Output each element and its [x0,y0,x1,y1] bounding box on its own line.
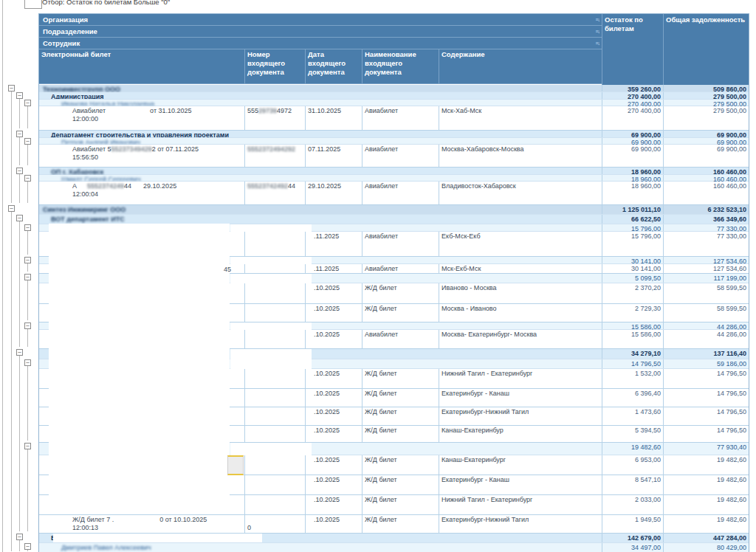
redaction-box [230,349,312,359]
tree-line [19,356,20,531]
ticket-balance-cell: 14 796,50 [602,359,663,368]
tree-line [27,231,28,255]
redaction-box [230,359,312,369]
ticket-balance-cell: 15 586,00 [602,322,663,329]
collapse-button[interactable]: – [24,257,31,263]
sort-icon[interactable]: ≡↓ [595,16,599,23]
tree-line [19,174,20,203]
total-debt-cell: 14 796,50 [663,369,749,388]
header-organization-label: Организация [39,15,88,24]
ticket-cell: Авиабилет 5552373494292 от 07.11.202515:… [39,145,244,167]
ticket-balance-cell: 18 960,00 [602,175,663,181]
content-cell: Москва-Хабаровск-Москва [439,145,602,167]
ticket-row[interactable]: Авиабилет 5552373494292 от 07.11.202515:… [39,145,749,168]
dept-group-row[interactable]: ОП г. Хабаровск18 960,00160 460,00 [39,168,749,175]
tree-line [19,540,20,551]
collapse-button[interactable]: – [24,100,31,106]
collapse-button[interactable]: – [24,224,31,231]
doc-number-cell [244,389,305,407]
total-debt-cell: 160 460,00 [663,168,749,174]
ticket-balance-cell: 270 400,00 [602,92,663,99]
header-row-employee: Сотрудник ≡↓ [39,38,602,49]
doc-number-cell [244,304,305,322]
collapse-button[interactable]: – [24,175,31,182]
total-debt-cell: 77 930,40 [663,443,749,455]
total-debt-cell: 59 186,00 [663,359,749,368]
ticket-balance-cell: 1 473,60 [602,407,663,425]
total-debt-cell: 6 232 523,10 [663,205,749,214]
group-label: Шмидт Сергей Сергеевич [39,175,602,181]
org-group-row[interactable]: Синтез Инжиниринг ООО1 125 011,106 232 5… [39,205,749,215]
ticket-balance-cell: 18 960,00 [602,182,663,204]
collapse-button[interactable]: – [16,92,23,99]
content-cell: Нижний Тагил - Екатеринбург [439,369,602,388]
header-department-label: Подразделение [39,27,97,35]
dept-group-row[interactable]: Администрация270 400,00279 500,00 [39,92,749,100]
ticket-balance-cell: 359 260,00 [602,85,663,92]
doc-date-cell: .10.2025 [305,407,362,425]
collapse-button[interactable]: – [16,131,23,137]
emp-group-row[interactable]: Шмидт Сергей Сергеевич18 960,00160 460,0… [39,175,749,182]
group-label: Петров Андрей Иванович [39,138,602,144]
col-header-ticket: Электронный билет [39,49,244,83]
ticket-balance-cell: 15 796,00 [602,232,663,256]
redaction-box [49,224,230,514]
ticket-cell: Ж/Д билет 7 .0 от 10.10.202512:00:13 [39,515,244,533]
ticket-balance-cell: 5 099,50 [602,274,663,283]
doc-date-cell: .10.2025 [305,389,362,407]
group-label: ОП г. Хабаровск [39,168,602,174]
doc-number-cell: 0 [244,515,305,533]
tree-line [27,182,28,203]
doc-number-cell [244,330,305,348]
collapse-button[interactable]: – [24,359,31,366]
tree-line [27,449,28,531]
emp-group-row[interactable]: Петров Андрей Иванович69 900,0069 900,00 [39,138,749,145]
doc-name-cell: Ж/Д билет [362,455,439,475]
collapse-button[interactable]: – [16,168,23,174]
doc-number-cell [244,264,305,273]
sort-icon[interactable]: ≡↓ [595,40,599,46]
collapse-button[interactable]: – [24,274,31,280]
collapse-button[interactable]: – [16,534,23,540]
collapse-button[interactable]: – [16,215,23,221]
doc-number-cell [244,407,305,425]
doc-number-cell: 5552372494292 [244,145,305,167]
dept-group-row[interactable]: Департамент строительства и управления п… [39,131,749,138]
content-cell: Канаш-Екатеринбург [439,455,602,475]
col-header-doc-name: Наименование входящего документа [362,49,439,83]
doc-number-cell [244,232,305,256]
emp-group-row[interactable]: Дмитриев Павел Алексеевич34 497,0080 429… [39,543,749,552]
collapse-button[interactable]: – [24,138,31,145]
content-cell: Екб-Мск-Екб [439,232,602,256]
ticket-balance-cell: 2 033,00 [602,495,663,514]
collapse-button[interactable]: – [16,349,23,356]
ticket-balance-cell: 1 125 011,10 [602,205,663,214]
doc-name-cell: Ж/Д билет [362,389,439,407]
content-cell: Нижний Тагил - Екатеринбург [439,495,602,514]
ticket-row[interactable]: Ж/Д билет 7 .0 от 10.10.202512:00:130.10… [39,515,749,534]
ticket-balance-cell: 15 586,00 [602,330,663,348]
redaction-box [230,443,312,455]
redaction-box [230,274,312,283]
total-debt-cell: 279 500,00 [663,106,749,130]
total-debt-cell: 160 460,00 [663,182,749,204]
content-cell: Екатеринбург-Нижний Тагил [439,407,602,425]
ticket-balance-cell: 69 900,00 [602,131,663,137]
redaction-box [230,322,312,330]
filter-bar: Отбор: Остаток по билетам Больше "0" [42,0,170,9]
ticket-balance-cell: 2 370,20 [602,283,663,303]
doc-date-cell: .11.2025 [305,232,362,256]
collapse-button[interactable]: – [24,322,31,329]
org-group-row[interactable]: Техноинвестгрупп ООО359 260,00509 860,00 [39,85,749,92]
collapse-button[interactable]: – [24,443,31,449]
collapse-button[interactable]: – [8,85,15,92]
ticket-row[interactable]: А55523742494429.10.202512:00:04555237424… [39,182,749,205]
tree-line [27,366,28,441]
collapse-button[interactable]: – [24,543,31,550]
ticket-row[interactable]: Авиабилетот 31.10.202512:00:005552973949… [39,106,749,131]
sort-icon[interactable]: ≡↓ [595,28,599,35]
selected-cell[interactable] [227,455,244,475]
ticket-balance-cell: 142 679,00 [602,534,663,542]
emp-group-row[interactable]: Иванова Наталья Николаевна270 400,00279 … [39,100,749,106]
collapse-button[interactable]: – [8,205,15,212]
